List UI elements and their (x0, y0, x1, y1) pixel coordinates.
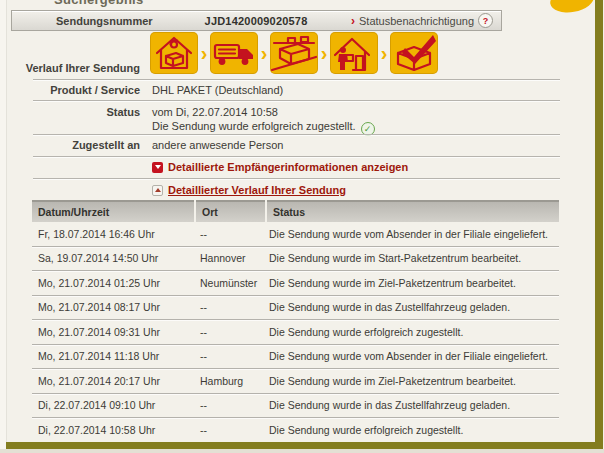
cell-status: Die Sendung wurde im Ziel-Paketzentrum b… (263, 277, 559, 289)
frame-right (595, 0, 603, 449)
status-text-line: Die Sendung wurde erfolgreich zugestellt… (152, 120, 356, 132)
frame-left (0, 0, 7, 449)
page-title: Suchergebnis (54, 0, 144, 7)
table-row: Di, 22.07.2014 09:10 Uhr -- Die Sendung … (32, 394, 559, 419)
column-header-datetime: Datum/Uhrzeit (32, 200, 194, 222)
detailed-history-link[interactable]: Detaillierter Verlauf Ihrer Sendung (152, 184, 346, 196)
cell-status: Die Sendung wurde vom Absender in der Fi… (263, 350, 559, 362)
table-row: Mo, 21.07.2014 01:25 Uhr Neumünster Die … (32, 271, 559, 296)
transport-truck-icon (210, 32, 258, 74)
cell-ort: -- (194, 424, 263, 436)
divider (33, 178, 560, 179)
frame-bottom-light (0, 449, 604, 453)
delivery-courier-icon (330, 32, 378, 74)
cell-ort: -- (194, 399, 263, 411)
dhl-tracking-page: Suchergebnis Sendungsnummer JJD142000902… (0, 0, 604, 453)
cell-datetime: Mo, 21.07.2014 11:18 Uhr (32, 350, 194, 362)
step-separator-icon: › (378, 32, 390, 74)
cell-ort: Neumünster (194, 277, 263, 289)
column-header-status: Status (267, 200, 559, 222)
cell-ort: -- (194, 301, 263, 313)
cell-ort: Hamburg (194, 375, 263, 387)
dropoff-house-icon (150, 32, 198, 74)
shipment-progress-icons: › › › (150, 32, 438, 74)
cell-status: Die Sendung wurde in das Zustellfahrzeug… (263, 399, 559, 411)
help-icon[interactable]: ? (478, 13, 493, 28)
divider (33, 79, 560, 80)
history-table-header: Datum/Uhrzeit Ort Status (32, 200, 559, 222)
cell-datetime: Mo, 21.07.2014 09:31 Uhr (32, 326, 194, 338)
table-row: Mo, 21.07.2014 08:17 Uhr -- Die Sendung … (32, 296, 559, 321)
progress-label: Verlauf Ihrer Sendung (0, 62, 140, 74)
cell-status: Die Sendung wurde vom Absender in der Fi… (263, 228, 559, 240)
shipment-number-bar: Sendungsnummer JJD1420009020578 › Status… (11, 10, 502, 31)
cell-ort: -- (194, 326, 263, 338)
table-row: Sa, 19.07.2014 14:50 Uhr Hannover Die Se… (32, 247, 559, 272)
step-separator-icon: › (198, 32, 210, 74)
decorative-yellow-shape (548, 0, 595, 16)
status-date: vom Di, 22.07.2014 10:58 (152, 106, 278, 118)
step-separator-icon: › (318, 32, 330, 74)
cell-status: Die Sendung wurde im Ziel-Paketzentrum b… (263, 375, 559, 387)
divider (33, 100, 560, 101)
delivered-to-label: Zugestellt an (0, 139, 140, 151)
column-header-ort: Ort (196, 200, 265, 222)
history-table-body: Fr, 18.07.2014 16:46 Uhr -- Die Sendung … (32, 222, 559, 443)
cell-status: Die Sendung wurde im Start-Paketzentrum … (263, 252, 559, 264)
status-notification-link[interactable]: Statusbenachrichtigung (359, 15, 474, 27)
cell-ort: -- (194, 350, 263, 362)
table-row: Mo, 21.07.2014 11:18 Uhr -- Die Sendung … (32, 345, 559, 370)
collapse-up-icon[interactable] (152, 185, 163, 196)
table-row: Di, 22.07.2014 10:58 Uhr -- Die Sendung … (32, 418, 559, 443)
cell-datetime: Fr, 18.07.2014 16:46 Uhr (32, 228, 194, 240)
step-separator-icon: › (258, 32, 270, 74)
frame-bottom (6, 442, 603, 449)
shipment-number-value: JJD1420009020578 (205, 15, 308, 27)
cell-datetime: Di, 22.07.2014 09:10 Uhr (32, 399, 194, 411)
cell-datetime: Mo, 21.07.2014 08:17 Uhr (32, 301, 194, 313)
cell-datetime: Mo, 21.07.2014 01:25 Uhr (32, 277, 194, 289)
chevron-right-icon: › (351, 15, 355, 27)
table-row: Mo, 21.07.2014 09:31 Uhr -- Die Sendung … (32, 320, 559, 345)
cell-datetime: Sa, 19.07.2014 14:50 Uhr (32, 252, 194, 264)
cell-datetime: Mo, 21.07.2014 20:17 Uhr (32, 375, 194, 387)
divider (33, 134, 560, 135)
expand-down-icon[interactable] (152, 162, 163, 173)
cell-ort: -- (194, 228, 263, 240)
cell-datetime: Di, 22.07.2014 10:58 Uhr (32, 424, 194, 436)
cell-status: Die Sendung wurde erfolgreich zugestellt… (263, 424, 559, 436)
recipient-info-link[interactable]: Detaillierte Empfängerinformationen anze… (152, 161, 408, 173)
delivered-check-icon (390, 32, 438, 74)
delivered-to-value: andere anwesende Person (152, 139, 283, 151)
cell-status: Die Sendung wurde erfolgreich zugestellt… (263, 326, 559, 338)
status-label: Status (0, 106, 140, 118)
product-label: Produkt / Service (0, 84, 140, 96)
recipient-info-link-label[interactable]: Detaillierte Empfängerinformationen anze… (168, 161, 408, 173)
cell-ort: Hannover (194, 252, 263, 264)
detailed-history-link-label[interactable]: Detaillierter Verlauf Ihrer Sendung (168, 184, 346, 196)
table-row: Mo, 21.07.2014 20:17 Uhr Hamburg Die Sen… (32, 369, 559, 394)
shipment-number-label: Sendungsnummer (56, 15, 153, 27)
cell-status: Die Sendung wurde in das Zustellfahrzeug… (263, 301, 559, 313)
divider (33, 156, 560, 157)
parcel-center-icon (270, 32, 318, 74)
product-value: DHL PAKET (Deutschland) (152, 84, 283, 96)
table-row: Fr, 18.07.2014 16:46 Uhr -- Die Sendung … (32, 222, 559, 247)
